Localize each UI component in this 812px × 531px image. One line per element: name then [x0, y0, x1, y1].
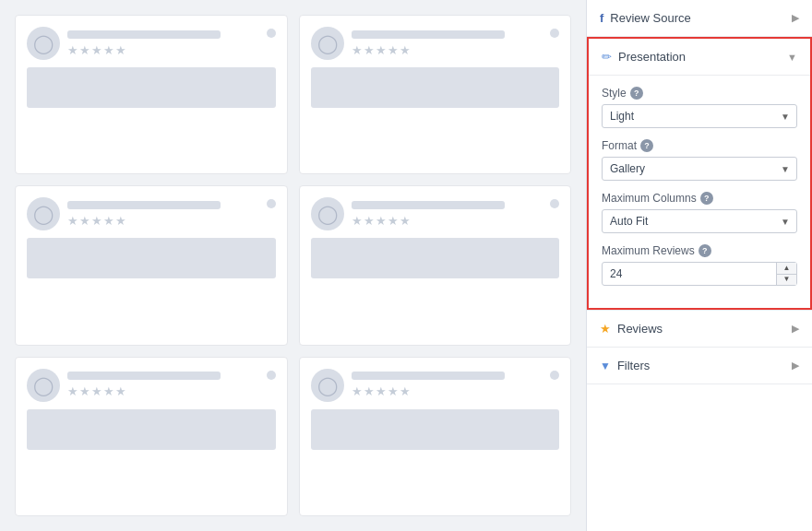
card-body	[311, 238, 560, 278]
star-rating: ★★★★★	[67, 214, 259, 228]
menu-dot	[550, 29, 559, 38]
star-rating: ★★★★★	[352, 214, 543, 228]
avatar: ◯	[27, 197, 60, 230]
card-meta: ★★★★★	[67, 372, 259, 398]
chevron-right-icon: ▶	[792, 323, 799, 335]
user-icon: ◯	[33, 376, 54, 395]
avatar: ◯	[311, 369, 344, 402]
menu-dot	[267, 371, 276, 380]
style-help-icon[interactable]: ?	[630, 87, 643, 100]
user-icon: ◯	[317, 34, 338, 53]
card-meta: ★★★★★	[67, 30, 259, 57]
spin-up-button[interactable]: ▲	[777, 263, 796, 275]
max-columns-field-group: Maximum Columns ? Auto Fit 1 2 3 4 ▼	[602, 192, 797, 233]
review-source-label: f Review Source	[600, 11, 691, 25]
menu-dot	[550, 199, 559, 208]
spin-down-button[interactable]: ▼	[777, 275, 796, 286]
star-rating: ★★★★★	[67, 384, 259, 398]
style-label: Style ?	[602, 87, 797, 100]
card-body	[311, 67, 560, 108]
review-card: ◯ ★★★★★	[299, 185, 572, 345]
name-bar	[67, 201, 221, 209]
presentation-section: ✏ Presentation ▼ Style ? Light Dark Cust…	[587, 37, 812, 310]
chevron-right-icon: ▶	[792, 360, 799, 372]
max-columns-help-icon[interactable]: ?	[700, 192, 713, 205]
facebook-icon: f	[600, 11, 603, 25]
preview-panel: ◯ ★★★★★ ◯ ★★★★★ ◯	[0, 0, 586, 531]
filters-section[interactable]: ▼ Filters ▶	[587, 348, 812, 384]
card-body	[27, 238, 276, 278]
user-icon: ◯	[33, 34, 54, 53]
review-card: ◯ ★★★★★	[15, 15, 288, 174]
review-card: ◯ ★★★★★	[299, 357, 572, 516]
star-rating: ★★★★★	[352, 43, 543, 57]
name-bar	[352, 30, 505, 39]
filters-label: ▼ Filters	[600, 359, 650, 372]
max-reviews-help-icon[interactable]: ?	[699, 244, 711, 257]
format-help-icon[interactable]: ?	[640, 139, 653, 152]
review-card: ◯ ★★★★★	[15, 357, 288, 516]
name-bar	[352, 201, 505, 209]
max-columns-select-wrapper: Auto Fit 1 2 3 4 ▼	[602, 209, 797, 233]
chevron-down-icon: ▼	[787, 52, 797, 63]
max-columns-select[interactable]: Auto Fit 1 2 3 4	[602, 209, 797, 233]
name-bar	[352, 372, 505, 380]
style-field-group: Style ? Light Dark Custom ▼	[602, 87, 797, 128]
card-body	[27, 409, 276, 450]
user-icon: ◯	[317, 376, 338, 395]
presentation-body: Style ? Light Dark Custom ▼ Format ?	[589, 76, 810, 308]
style-select-wrapper: Light Dark Custom ▼	[602, 104, 797, 128]
filter-icon: ▼	[600, 360, 611, 372]
card-meta: ★★★★★	[67, 201, 259, 228]
avatar: ◯	[311, 197, 344, 230]
presentation-label: ✏ Presentation	[602, 50, 686, 64]
format-field-group: Format ? Gallery List Grid ▼	[602, 139, 797, 181]
review-source-section[interactable]: f Review Source ▶	[587, 0, 812, 37]
chevron-right-icon: ▶	[792, 12, 799, 24]
card-meta: ★★★★★	[352, 372, 543, 398]
format-select-wrapper: Gallery List Grid ▼	[602, 157, 797, 181]
style-select[interactable]: Light Dark Custom	[602, 104, 797, 128]
menu-dot	[550, 371, 559, 380]
format-select[interactable]: Gallery List Grid	[602, 157, 797, 181]
max-reviews-input-wrapper: ▲ ▼	[602, 262, 797, 286]
star-rating: ★★★★★	[352, 384, 543, 398]
user-icon: ◯	[33, 205, 54, 223]
spin-buttons: ▲ ▼	[776, 263, 796, 285]
pencil-icon: ✏	[602, 50, 612, 64]
menu-dot	[267, 199, 276, 208]
avatar: ◯	[27, 369, 60, 402]
review-card: ◯ ★★★★★	[15, 185, 288, 345]
review-card: ◯ ★★★★★	[299, 15, 572, 174]
star-rating: ★★★★★	[67, 43, 259, 57]
card-meta: ★★★★★	[352, 30, 543, 57]
name-bar	[67, 30, 221, 39]
max-columns-label: Maximum Columns ?	[602, 192, 797, 205]
max-reviews-label: Maximum Reviews ?	[602, 244, 797, 257]
card-body	[311, 409, 560, 450]
menu-dot	[267, 29, 276, 38]
card-body	[27, 67, 276, 108]
reviews-section[interactable]: ★ Reviews ▶	[587, 310, 812, 348]
avatar: ◯	[311, 27, 344, 60]
max-reviews-input[interactable]	[602, 262, 797, 286]
reviews-label: ★ Reviews	[600, 322, 663, 336]
format-label: Format ?	[602, 139, 797, 152]
settings-panel: f Review Source ▶ ✏ Presentation ▼ Style…	[586, 0, 812, 531]
avatar: ◯	[27, 27, 60, 60]
card-meta: ★★★★★	[352, 201, 543, 228]
star-icon: ★	[600, 322, 611, 336]
name-bar	[67, 372, 221, 380]
user-icon: ◯	[317, 205, 338, 223]
max-reviews-field-group: Maximum Reviews ? ▲ ▼	[602, 244, 797, 286]
presentation-header[interactable]: ✏ Presentation ▼	[589, 39, 810, 76]
